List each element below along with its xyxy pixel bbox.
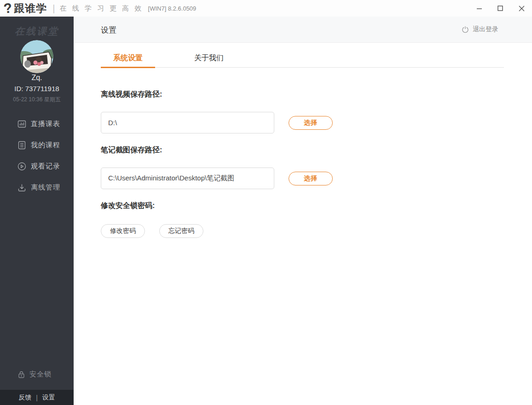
note-path-choose-button[interactable]: 选择 (289, 172, 333, 185)
password-buttons-row: 修改密码 忘记密码 (101, 224, 203, 238)
change-password-button[interactable]: 修改密码 (101, 224, 145, 238)
datetime-label: 05-22 10:36 星期五 (0, 96, 74, 104)
note-path-row: 选择 (101, 168, 333, 189)
bottom-divider: | (36, 394, 38, 401)
app-version: [WIN7] 8.2.6.0509 (148, 5, 197, 12)
minimize-icon[interactable] (468, 0, 490, 17)
sidebar-item-label: 直播课表 (31, 120, 60, 128)
offline-manage-icon (17, 183, 26, 192)
sidebar-item-live-schedule[interactable]: 直播课表 (0, 113, 74, 134)
avatar[interactable] (20, 40, 53, 73)
sidebar-watermark: 在线课堂 (0, 25, 74, 38)
app-slogan: 在 线 学 习 更 高 效 (60, 4, 144, 13)
logo-separator: | (52, 3, 55, 14)
note-path-input[interactable] (101, 168, 274, 189)
note-path-label: 笔记截图保存路径: (101, 145, 162, 155)
my-courses-icon (17, 141, 26, 150)
sidebar: 在线课堂 Zq. ID: 73771 (0, 17, 74, 405)
sidebar-item-label: 观看记录 (31, 162, 60, 171)
security-lock-button[interactable]: 安全锁 (17, 370, 52, 379)
sidebar-menu: 直播课表 我的课程 (0, 113, 74, 198)
maximize-icon[interactable] (490, 0, 511, 17)
titlebar: ? 跟谁学 | 在 线 学 习 更 高 效 [WIN7] 8.2.6.0509 (0, 0, 532, 17)
settings-link[interactable]: 设置 (42, 393, 55, 402)
user-id: ID: 737711918 (0, 85, 74, 93)
sidebar-item-label: 我的课程 (31, 141, 60, 150)
sidebar-item-offline-manage[interactable]: 离线管理 (0, 177, 74, 198)
power-icon (462, 26, 469, 33)
sidebar-item-my-courses[interactable]: 我的课程 (0, 134, 74, 156)
window-controls (468, 0, 532, 17)
video-path-choose-button[interactable]: 选择 (289, 116, 333, 130)
forgot-password-button[interactable]: 忘记密码 (159, 224, 203, 238)
page-title: 设置 (101, 25, 116, 35)
sidebar-item-watch-history[interactable]: 观看记录 (0, 156, 74, 177)
app-window: ? 跟谁学 | 在 线 学 习 更 高 效 [WIN7] 8.2.6.0509 … (0, 0, 532, 405)
tab-about-us[interactable]: 关于我们 (182, 50, 236, 67)
tab-bar: 系统设置 关于我们 (101, 50, 504, 68)
video-path-row: 选择 (101, 112, 333, 133)
app-logo-text: 跟谁学 (14, 1, 47, 16)
password-section-label: 修改安全锁密码: (101, 201, 155, 211)
main-header: 设置 退出登录 (74, 17, 532, 43)
video-path-label: 离线视频保存路径: (101, 90, 162, 99)
username: Zq. (0, 74, 74, 82)
live-schedule-icon (17, 120, 26, 128)
logout-button[interactable]: 退出登录 (462, 25, 498, 34)
tab-system-settings[interactable]: 系统设置 (101, 50, 155, 67)
watch-history-icon (17, 162, 26, 171)
sidebar-bottom-bar: 反馈 | 设置 (0, 390, 74, 405)
security-lock-label: 安全锁 (29, 370, 52, 379)
lock-icon (17, 370, 25, 378)
logout-label: 退出登录 (473, 25, 498, 34)
main-area: 设置 退出登录 系统设置 关于我们 离线视频保存路径: 选择 笔记截 (74, 17, 532, 405)
close-icon[interactable] (511, 0, 532, 17)
sidebar-item-label: 离线管理 (31, 183, 60, 192)
feedback-link[interactable]: 反馈 (18, 393, 31, 402)
app-logo-icon: ? (3, 1, 13, 16)
video-path-input[interactable] (101, 112, 274, 133)
